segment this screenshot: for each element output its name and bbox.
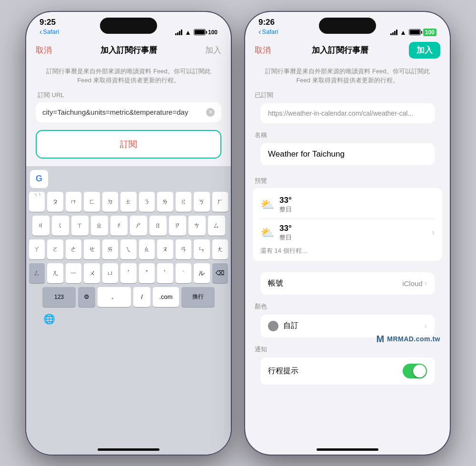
key-2[interactable]: ㄆ (47, 192, 63, 212)
key-27[interactable]: ㄟ (120, 239, 136, 259)
subscribed-url-value: https://weather-in-calendar.com/cal/weat… (268, 109, 413, 117)
key-29[interactable]: ㄡ (157, 239, 173, 259)
phone-right: 9:26 ‹ Safari ▲ 100 取 (245, 12, 450, 455)
key-7[interactable]: ㄋ (139, 192, 155, 212)
key-16[interactable]: ㄔ (110, 216, 128, 236)
subscribed-section: 已訂閱 https://weather-in-calendar.com/cal/… (245, 91, 450, 131)
key-10[interactable]: ㄎ (194, 192, 209, 212)
key-12[interactable]: ㄐ (32, 216, 50, 236)
keyboard-rows: ㄅ1 ㄆ ㄇ ㄈ ㄉ ㄊ ㄋ ㄌ ㄍ ㄎ ㄏ ㄐ ㄑ (29, 192, 228, 307)
safari-back-right[interactable]: ‹ Safari (258, 28, 278, 36)
google-icon[interactable]: G (30, 170, 48, 188)
key-33[interactable]: ㄥ (29, 263, 45, 283)
key-38[interactable]: ˊ (120, 263, 136, 283)
battery-pct-left: 100 (208, 29, 218, 36)
divider-preview (260, 218, 435, 219)
globe-icon-left[interactable]: 🌐 (43, 313, 55, 325)
keyboard-top-row: G (29, 170, 228, 188)
key-37[interactable]: ㄩ (102, 263, 118, 283)
add-button-left[interactable]: 加入 (205, 45, 221, 56)
key-32[interactable]: ㄤ (212, 239, 228, 259)
description-left: 訂閱行事曆是來自外部來源的唯讀資料 Feed。你可以訂閱此 Feed 來取得資料… (26, 61, 231, 91)
weather-emoji-1: ⛅ (260, 198, 275, 211)
signal-icon-right (390, 30, 397, 35)
battery-icon-right (409, 29, 421, 35)
keyboard-left: G ㄅ1 ㄆ ㄇ ㄈ ㄉ ㄊ ㄋ ㄌ ㄍ ㄎ ㄏ (26, 166, 231, 455)
key-31[interactable]: ㄣ (194, 239, 209, 259)
subscribed-label: 已訂閱 (253, 91, 442, 99)
key-9[interactable]: ㄍ (176, 192, 191, 212)
key-24[interactable]: ㄜ (66, 239, 81, 259)
toggle-notification[interactable] (403, 364, 427, 378)
key-14[interactable]: ㄒ (71, 216, 89, 236)
key-20[interactable]: ㄘ (188, 216, 206, 236)
clear-button-left[interactable]: ✕ (206, 108, 215, 117)
key-8[interactable]: ㄌ (157, 192, 173, 212)
key-40[interactable]: ˋ (157, 263, 173, 283)
key-21[interactable]: ㄙ (208, 216, 225, 236)
notification-label: 通知 (253, 345, 442, 354)
keyboard-row-1: ㄅ1 ㄆ ㄇ ㄈ ㄉ ㄊ ㄋ ㄌ ㄍ ㄎ ㄏ (29, 192, 228, 212)
key-gear[interactable]: ⚙ (78, 287, 95, 307)
add-button-right[interactable]: 加入 (409, 42, 440, 59)
preview-more: 還有 14 個行程… (260, 244, 435, 255)
key-39[interactable]: ˇ (139, 263, 155, 283)
key-5[interactable]: ㄉ (102, 192, 118, 212)
key-25[interactable]: ㄝ (84, 239, 99, 259)
key-34[interactable]: ㄦ (47, 263, 63, 283)
key-30[interactable]: ㄢ (176, 239, 191, 259)
key-35[interactable]: ㄧ (66, 263, 81, 283)
key-15[interactable]: ㄓ (91, 216, 108, 236)
subscribe-button-left[interactable]: 訂閱 (36, 130, 221, 159)
name-card: Weather for Taichung (260, 143, 435, 165)
key-3[interactable]: ㄇ (66, 192, 81, 212)
key-17[interactable]: ㄕ (130, 216, 147, 236)
key-num[interactable]: 123 (42, 287, 76, 307)
url-label-left: 訂閱 URL (36, 91, 221, 99)
key-enter[interactable]: 換行 (181, 287, 215, 307)
home-indicator-right (317, 448, 378, 451)
key-slash[interactable]: / (133, 287, 150, 307)
battery-icon-left (194, 29, 206, 35)
key-period[interactable]: 。 (98, 287, 131, 307)
nav-bar-left: 取消 加入訂閱行事曆 加入 (26, 40, 231, 61)
weather-info-1: 33° 整日 (279, 196, 292, 214)
safari-label-left: Safari (43, 28, 59, 35)
account-row[interactable]: 帳號 iCloud › (260, 272, 435, 295)
key-41[interactable]: ˙ (176, 263, 191, 283)
preview-chevron[interactable]: › (432, 228, 435, 238)
notification-row: 行程提示 (260, 357, 435, 385)
key-22[interactable]: ㄚ (29, 239, 45, 259)
key-36[interactable]: ㄨ (84, 263, 99, 283)
cancel-button-left[interactable]: 取消 (36, 45, 52, 56)
name-value: Weather for Taichung (268, 149, 345, 159)
url-input-left[interactable]: city=Taichung&units=metric&temperature=d… (36, 102, 221, 122)
watermark-text: MRMAD.com.tw (387, 335, 440, 343)
subscribe-label-left: 訂閱 (120, 139, 137, 149)
preview-label: 預覽 (253, 177, 442, 185)
color-label: 顏色 (253, 302, 442, 311)
key-4[interactable]: ㄈ (84, 192, 99, 212)
key-dotcom[interactable]: .com (153, 287, 179, 307)
back-arrow-right: ‹ (258, 28, 261, 36)
key-18[interactable]: ㄖ (149, 216, 167, 236)
key-1[interactable]: ㄅ1 (29, 192, 45, 212)
key-13[interactable]: ㄑ (52, 216, 69, 236)
key-19[interactable]: ㄗ (169, 216, 186, 236)
key-28[interactable]: ㄠ (139, 239, 155, 259)
time-left: 9:25 (40, 18, 56, 27)
key-11[interactable]: ㄏ (212, 192, 228, 212)
cancel-button-right[interactable]: 取消 (255, 45, 271, 56)
keyboard-row-4: ㄥ ㄦ ㄧ ㄨ ㄩ ˊ ˇ ˋ ˙ ル ⌫ (29, 263, 228, 283)
notification-row-label: 行程提示 (268, 366, 298, 376)
keyboard-row-2: ㄐ ㄑ ㄒ ㄓ ㄔ ㄕ ㄖ ㄗ ㄘ ㄙ (29, 216, 228, 236)
keyboard-row-3: ㄚ ㄛ ㄜ ㄝ ㄞ ㄟ ㄠ ㄡ ㄢ ㄣ ㄤ (29, 239, 228, 259)
backspace-key[interactable]: ⌫ (212, 263, 228, 283)
key-42[interactable]: ル (194, 263, 209, 283)
safari-back-left[interactable]: ‹ Safari (40, 28, 59, 36)
key-26[interactable]: ㄞ (102, 239, 118, 259)
weather-temp-2: 33° (279, 224, 292, 233)
key-6[interactable]: ㄊ (120, 192, 136, 212)
key-23[interactable]: ㄛ (47, 239, 63, 259)
watermark-logo-icon: M (377, 334, 385, 345)
